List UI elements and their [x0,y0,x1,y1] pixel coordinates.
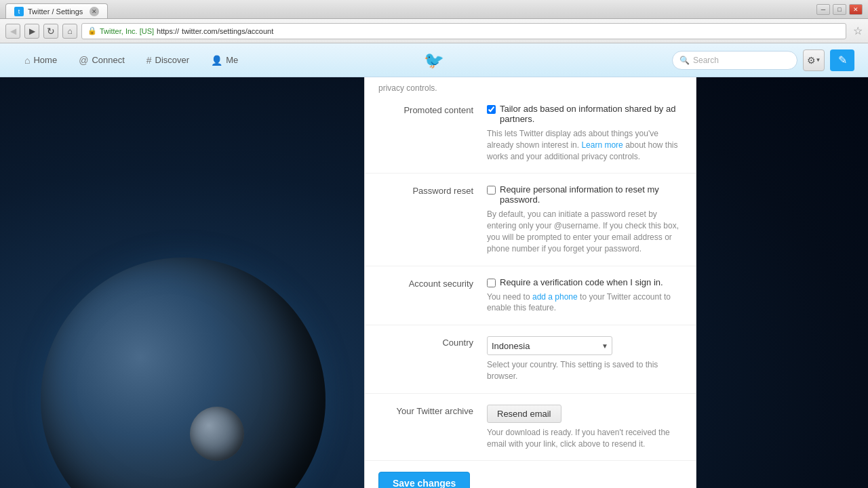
minimize-button[interactable]: ─ [816,4,830,15]
password-reset-row: Password reset Require personal informat… [365,174,696,266]
promoted-content-checkbox-row: Tailor ads based on information shared b… [487,104,682,124]
nav-home[interactable]: ⌂ Home [14,43,68,77]
back-button[interactable]: ◀ [5,24,20,39]
nav-connect[interactable]: @ Connect [68,43,136,77]
window-controls: ─ □ ✕ [816,4,863,15]
add-phone-link[interactable]: add a phone [532,292,578,302]
address-bar[interactable]: 🔒 Twitter, Inc. [US] https:// twitter.co… [81,23,846,39]
gear-dropdown-icon: ▼ [816,57,821,63]
settings-gear-button[interactable]: ⚙ ▼ [803,49,825,71]
country-select[interactable]: Indonesia United States United Kingdom A… [487,336,612,355]
promoted-content-checkbox-label[interactable]: Tailor ads based on information shared b… [500,104,682,124]
password-reset-label: Password reset [378,184,487,196]
discover-nav-icon: # [146,55,152,66]
compose-icon: ✎ [838,54,847,66]
account-security-checkbox-row: Require a verification code when I sign … [487,277,682,287]
learn-more-link[interactable]: Learn more [581,140,623,150]
password-reset-helper: By default, you can initiate a password … [487,209,682,254]
search-icon: 🔍 [679,56,690,65]
save-changes-button[interactable]: Save changes [378,472,470,488]
search-placeholder: Search [693,56,719,65]
twitter-archive-row: Your Twitter archive Resend email Your d… [365,394,696,462]
country-row: Country Indonesia United States United K… [365,325,696,394]
nav-discover[interactable]: # Discover [136,43,200,77]
address-scheme: https:// [157,27,179,35]
country-select-wrapper: Indonesia United States United Kingdom A… [487,336,612,355]
account-security-helper-text1: You need to [487,292,530,302]
address-path: twitter.com/settings/account [182,27,273,35]
nav-right-area: 🔍 Search ⚙ ▼ ✎ [672,49,854,71]
twitter-logo: 🐦 [424,51,444,70]
nav-bar: ◀ ▶ ↻ ⌂ 🔒 Twitter, Inc. [US] https:// tw… [0,19,868,43]
compose-tweet-button[interactable]: ✎ [830,49,854,71]
settings-panel: privacy controls. Promoted content Tailo… [364,77,696,488]
gear-icon: ⚙ [807,55,816,66]
promoted-content-helper: This lets Twitter display ads about thin… [487,128,682,162]
country-label: Country [378,336,487,348]
tab-label: Twitter / Settings [28,7,83,16]
nav-me[interactable]: 👤 Me [200,43,249,77]
password-reset-checkbox-row: Require personal information to reset my… [487,184,682,205]
account-security-checkbox-label[interactable]: Require a verification code when I sign … [500,277,663,287]
save-row: Save changes [365,461,696,488]
account-security-helper: You need to add a phone to your Twitter … [487,291,682,314]
account-security-checkbox[interactable] [487,279,496,287]
search-box[interactable]: 🔍 Search [672,51,797,70]
browser-frame: t Twitter / Settings ✕ ─ □ ✕ ◀ ▶ ↻ ⌂ 🔒 T… [0,0,868,77]
home-button[interactable]: ⌂ [62,24,77,39]
account-security-row: Account security Require a verification … [365,266,696,326]
nav-connect-label: Connect [92,55,124,65]
password-reset-checkbox[interactable] [487,186,496,195]
reload-button[interactable]: ↻ [43,24,58,39]
promoted-content-row: Promoted content Tailor ads based on inf… [365,93,696,174]
privacy-controls-text: privacy controls. [378,83,437,93]
promoted-content-content: Tailor ads based on information shared b… [487,104,682,162]
me-nav-icon: 👤 [211,55,222,66]
promoted-content-checkbox[interactable] [487,105,496,114]
country-content: Indonesia United States United Kingdom A… [487,336,682,382]
tab-favicon: t [14,7,24,16]
connect-nav-icon: @ [79,55,88,66]
window-close-button[interactable]: ✕ [849,4,863,15]
resend-email-button[interactable]: Resend email [487,405,561,423]
twitter-archive-label: Your Twitter archive [378,405,487,416]
moon-graphic [190,407,244,461]
ssl-lock-icon: 🔒 [87,26,97,35]
top-privacy-note: privacy controls. [365,77,696,93]
country-helper: Select your country. This setting is sav… [487,359,682,382]
bookmark-star-icon[interactable]: ☆ [853,24,863,37]
address-host: Twitter, Inc. [US] [100,27,154,35]
maximize-button[interactable]: □ [833,4,846,15]
nav-discover-label: Discover [155,55,190,65]
twitter-archive-content: Resend email Your download is ready. If … [487,405,682,450]
tab-area: t Twitter / Settings ✕ [5,0,108,18]
active-tab[interactable]: t Twitter / Settings ✕ [5,3,108,18]
twitter-navbar: ⌂ Home @ Connect # Discover 👤 Me 🐦 🔍 Sea… [0,43,868,77]
account-security-label: Account security [378,277,487,289]
twitter-archive-helper: Your download is ready. If you haven't r… [487,427,682,450]
forward-button[interactable]: ▶ [24,24,39,39]
account-security-content: Require a verification code when I sign … [487,277,682,314]
nav-me-label: Me [226,55,238,65]
tab-close-button[interactable]: ✕ [90,7,99,16]
promoted-content-label: Promoted content [378,104,487,115]
nav-home-label: Home [33,55,57,65]
password-reset-checkbox-label[interactable]: Require personal information to reset my… [500,184,682,205]
password-reset-content: Require personal information to reset my… [487,184,682,254]
home-nav-icon: ⌂ [24,55,30,66]
title-bar: t Twitter / Settings ✕ ─ □ ✕ [0,0,868,19]
